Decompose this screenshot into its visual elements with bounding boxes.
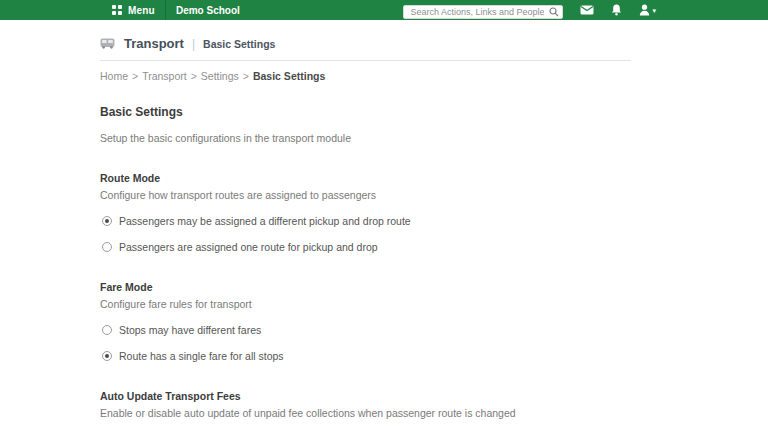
bell-icon[interactable] <box>611 4 622 16</box>
section-description: Enable or disable auto update of unpaid … <box>100 407 631 419</box>
bus-icon <box>100 38 115 49</box>
radio-route-different[interactable] <box>102 216 112 226</box>
navbar-divider <box>165 0 166 20</box>
search-input[interactable] <box>403 5 563 19</box>
mail-icon[interactable] <box>580 5 594 15</box>
grid-menu-icon <box>112 5 122 15</box>
user-icon[interactable]: ▾ <box>639 4 656 16</box>
section-fare-mode: Fare Mode Configure fare rules for trans… <box>100 281 631 362</box>
module-title: Transport <box>124 36 184 51</box>
option-label: Route has a single fare for all stops <box>119 350 284 362</box>
page-title: Basic Settings <box>100 105 631 119</box>
breadcrumb-home[interactable]: Home <box>100 70 128 82</box>
chevron-down-icon: ▾ <box>652 7 656 14</box>
fare-mode-option-single-fare[interactable]: Route has a single fare for all stops <box>100 350 631 362</box>
option-label: Passengers are assigned one route for pi… <box>119 241 378 253</box>
header-divider <box>100 60 631 61</box>
breadcrumb-current: Basic Settings <box>253 70 325 82</box>
page-description: Setup the basic configurations in the tr… <box>100 132 631 144</box>
radio-route-one[interactable] <box>102 242 112 252</box>
section-title: Auto Update Transport Fees <box>100 390 631 402</box>
header-separator: | <box>192 37 195 51</box>
breadcrumb: Home>Transport>Settings>Basic Settings <box>100 70 768 82</box>
radio-fare-different[interactable] <box>102 325 112 335</box>
option-label: Passengers may be assigned a different p… <box>119 215 411 227</box>
route-mode-option-different[interactable]: Passengers may be assigned a different p… <box>100 215 631 227</box>
menu-label: Menu <box>128 5 155 16</box>
school-name[interactable]: Demo School <box>176 5 240 16</box>
main-content: Basic Settings Setup the basic configura… <box>100 105 631 430</box>
radio-fare-single[interactable] <box>102 351 112 361</box>
section-description: Configure how transport routes are assig… <box>100 189 631 201</box>
route-mode-option-one-route[interactable]: Passengers are assigned one route for pi… <box>100 241 631 253</box>
section-title: Route Mode <box>100 172 631 184</box>
top-navbar: Menu Demo School <box>0 0 768 20</box>
breadcrumb-settings[interactable]: Settings <box>201 70 239 82</box>
breadcrumb-transport[interactable]: Transport <box>142 70 187 82</box>
section-description: Configure fare rules for transport <box>100 298 631 310</box>
section-auto-update-fees: Auto Update Transport Fees Enable or dis… <box>100 390 631 430</box>
fare-mode-option-different-fares[interactable]: Stops may have different fares <box>100 324 631 336</box>
section-route-mode: Route Mode Configure how transport route… <box>100 172 631 253</box>
page-header: Transport | Basic Settings <box>100 36 768 51</box>
option-label: Stops may have different fares <box>119 324 261 336</box>
section-title: Fare Mode <box>100 281 631 293</box>
search-icon[interactable] <box>549 3 559 21</box>
page-subtitle: Basic Settings <box>203 38 275 50</box>
menu-button[interactable]: Menu <box>112 0 165 20</box>
